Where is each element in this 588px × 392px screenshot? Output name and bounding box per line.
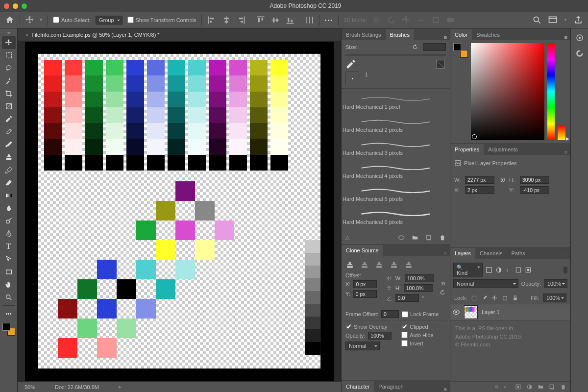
align-vcenter-icon[interactable] — [270, 15, 280, 25]
clone-blend-dropdown[interactable]: Normal — [345, 342, 380, 350]
layer-row[interactable]: Layer 1 — [450, 304, 570, 320]
auto-select-dropdown[interactable]: Group — [96, 16, 122, 24]
marquee-tool[interactable] — [2, 49, 16, 62]
color-picker[interactable]: ▶ — [450, 40, 570, 143]
panel-grip-icon[interactable]: ◂▸ — [7, 30, 11, 35]
trash-icon[interactable] — [439, 234, 446, 241]
brush-preset[interactable]: Hard Mechanical 3 pixels — [342, 135, 450, 158]
magic-wand-tool[interactable] — [2, 74, 16, 87]
flip-h-icon[interactable] — [386, 275, 392, 282]
group-icon[interactable] — [538, 384, 544, 390]
filter-toggle[interactable] — [564, 267, 567, 273]
clone-y-input[interactable] — [353, 290, 377, 298]
brush-thumb[interactable] — [345, 72, 359, 85]
brush-preset[interactable]: Hard Mechanical 2 pixels — [342, 112, 450, 135]
brush-preset[interactable]: Hard Mechanical 1 pixel — [342, 89, 450, 112]
dodge-tool[interactable] — [2, 215, 16, 227]
prop-h-input[interactable] — [520, 176, 549, 184]
filter-shape-icon[interactable] — [515, 267, 522, 273]
clipped-checkbox[interactable]: Clipped — [401, 323, 433, 330]
tab-brushes[interactable]: Brushes — [386, 29, 414, 40]
filter-type-icon[interactable]: T — [505, 267, 512, 273]
panel-menu-icon[interactable]: ≡ — [444, 34, 447, 40]
brush-size-slider[interactable] — [345, 54, 446, 56]
canvas-area[interactable] — [18, 41, 341, 381]
brush-preset[interactable]: Hard Mechanical 4 pixels — [342, 158, 450, 181]
eraser-tool[interactable] — [2, 176, 16, 189]
flip-v-icon[interactable] — [386, 285, 392, 292]
tab-swatches[interactable]: Swatches — [472, 29, 504, 40]
fx-icon[interactable]: fx — [504, 384, 510, 390]
tab-layers[interactable]: Layers — [450, 248, 475, 259]
brush-tool[interactable] — [2, 138, 16, 151]
gradient-tool[interactable] — [2, 189, 16, 202]
foreground-background-colors[interactable] — [2, 323, 15, 336]
show-transform-checkbox[interactable]: Show Transform Controls — [127, 17, 196, 23]
tab-channels[interactable]: Channels — [475, 248, 507, 259]
brush-preset[interactable]: Hard Mechanical 5 pixels — [342, 181, 450, 204]
align-bottom-icon[interactable] — [285, 15, 295, 25]
link-wh-icon[interactable] — [439, 280, 446, 287]
healing-brush-tool[interactable] — [2, 125, 16, 138]
clone-w-input[interactable] — [405, 274, 434, 282]
frame-offset-input[interactable] — [381, 310, 399, 318]
canvas[interactable] — [38, 54, 320, 368]
lock-position-icon[interactable] — [491, 295, 498, 301]
type-tool[interactable]: T — [2, 240, 16, 253]
close-tab-icon[interactable]: × — [25, 32, 28, 38]
lock-pixels-icon[interactable] — [481, 295, 488, 301]
color-fgbg[interactable] — [453, 43, 468, 58]
home-icon[interactable] — [5, 15, 15, 25]
align-hcenter-icon[interactable] — [221, 15, 231, 25]
layer-fill-input[interactable]: 100% — [543, 294, 566, 302]
lock-frame-checkbox[interactable]: Lock Frame — [402, 311, 439, 318]
new-brush-icon[interactable] — [345, 59, 356, 70]
clone-stamp-tool[interactable] — [2, 151, 16, 164]
link-layers-icon[interactable] — [492, 384, 499, 390]
rectangle-tool[interactable] — [2, 266, 16, 278]
clone-source-2-icon[interactable] — [360, 261, 369, 270]
auto-select-checkbox[interactable]: Auto-Select: — [53, 17, 91, 23]
tab-adjustments[interactable]: Adjustments — [484, 144, 522, 155]
clone-source-5-icon[interactable] — [404, 261, 413, 270]
tab-paths[interactable]: Paths — [507, 248, 530, 259]
auto-hide-checkbox[interactable]: Auto Hide — [401, 332, 433, 338]
filter-adjustment-icon[interactable] — [495, 267, 502, 273]
new-preset-icon[interactable] — [425, 234, 432, 241]
panel-menu-icon[interactable]: ≡ — [564, 253, 567, 259]
more-options-icon[interactable]: ••• — [325, 17, 334, 23]
hand-tool[interactable] — [2, 278, 16, 291]
path-selection-tool[interactable] — [2, 253, 16, 266]
prop-w-input[interactable] — [465, 176, 494, 184]
trash-icon[interactable] — [560, 384, 566, 390]
close-window-button[interactable] — [4, 3, 9, 9]
lock-all-icon[interactable] — [512, 295, 518, 301]
clone-source-1-icon[interactable] — [345, 261, 354, 270]
folder-icon[interactable] — [412, 234, 418, 241]
invert-checkbox[interactable]: Invert — [401, 340, 433, 346]
adjustment-layer-icon[interactable] — [526, 384, 533, 390]
pen-tool[interactable] — [2, 227, 16, 240]
document-tab[interactable]: × FileInfo.com Example.ps @ 50% (Layer 1… — [23, 32, 163, 38]
toggle-preview-icon[interactable] — [435, 59, 446, 70]
history-brush-tool[interactable] — [2, 164, 16, 176]
prop-y-input[interactable] — [520, 186, 549, 194]
clone-source-4-icon[interactable] — [390, 261, 398, 270]
brush-preset-list[interactable]: Hard Mechanical 1 pixel Hard Mechanical … — [342, 89, 450, 231]
tab-clone-source[interactable]: Clone Source — [342, 245, 383, 256]
panel-menu-icon[interactable]: ≡ — [564, 34, 567, 40]
eyedropper-tool[interactable] — [2, 113, 16, 125]
lock-transparency-icon[interactable] — [471, 295, 477, 301]
reset-icon[interactable] — [412, 44, 418, 50]
new-layer-icon[interactable] — [549, 384, 555, 390]
crop-tool[interactable] — [2, 87, 16, 100]
brush-preset[interactable]: Hard Mechanical 6 pixels — [342, 204, 450, 227]
clone-x-input[interactable] — [353, 280, 377, 288]
hue-slider[interactable] — [547, 43, 555, 140]
tab-brush-settings[interactable]: Brush Settings — [342, 29, 386, 40]
filter-pixel-icon[interactable] — [486, 267, 492, 273]
blend-mode-dropdown[interactable]: Normal — [453, 279, 518, 288]
reset-transform-icon[interactable] — [439, 289, 446, 296]
align-right-icon[interactable] — [236, 15, 246, 25]
learn-icon[interactable] — [575, 33, 584, 42]
